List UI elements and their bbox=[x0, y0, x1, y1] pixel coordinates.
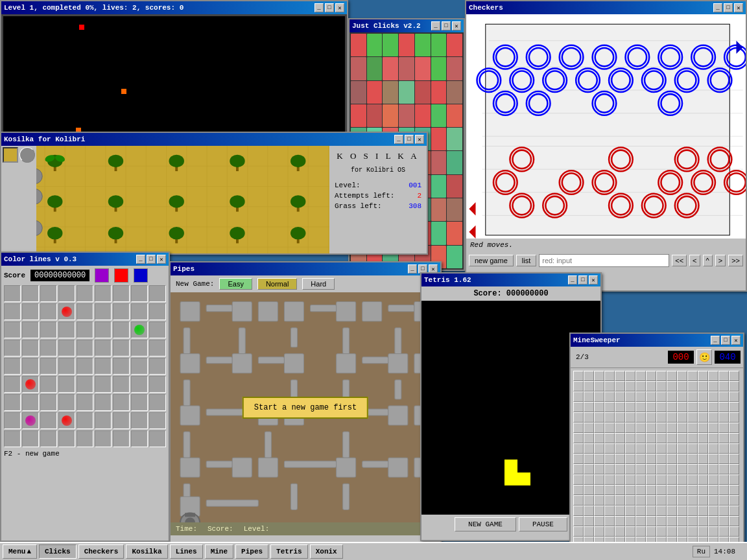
mine-cell[interactable] bbox=[656, 506, 667, 516]
mine-cell[interactable] bbox=[584, 506, 594, 516]
mine-cell[interactable] bbox=[615, 381, 625, 391]
tetris-title-bar[interactable]: Tetris 1.62 _ □ ✕ bbox=[421, 274, 600, 286]
mine-cell[interactable] bbox=[729, 443, 739, 454]
lines-cell[interactable] bbox=[22, 303, 39, 320]
mine-cell[interactable] bbox=[646, 381, 656, 391]
mine-cell[interactable] bbox=[584, 402, 594, 412]
mine-cell[interactable] bbox=[729, 495, 739, 506]
xonix-title-bar[interactable]: Level 1, completed 0%, lives: 2, scores:… bbox=[1, 1, 347, 14]
mine-cell[interactable] bbox=[656, 474, 667, 485]
click-cell[interactable] bbox=[415, 104, 431, 127]
mine-cell[interactable] bbox=[646, 433, 656, 443]
mine-cell[interactable] bbox=[667, 526, 677, 537]
mine-cell[interactable] bbox=[708, 381, 718, 391]
mine-cell[interactable] bbox=[584, 495, 594, 506]
mine-cell[interactable] bbox=[708, 433, 718, 443]
lines-cell[interactable] bbox=[4, 340, 21, 356]
mine-close[interactable]: ✕ bbox=[731, 336, 741, 345]
lines-cell[interactable] bbox=[58, 430, 75, 447]
mine-cell[interactable] bbox=[615, 485, 625, 495]
kosilka-tool-2[interactable] bbox=[19, 147, 35, 163]
mine-cell[interactable] bbox=[667, 412, 677, 423]
mine-cell[interactable] bbox=[584, 412, 594, 423]
xonix-minimize[interactable]: _ bbox=[314, 3, 324, 12]
lines-cell[interactable] bbox=[131, 430, 148, 447]
lines-cell[interactable] bbox=[95, 394, 112, 411]
click-cell[interactable] bbox=[431, 151, 447, 174]
mine-cell[interactable] bbox=[646, 526, 656, 537]
click-cell[interactable] bbox=[447, 128, 462, 150]
mine-cell[interactable] bbox=[729, 423, 739, 433]
lines-cell[interactable] bbox=[40, 430, 57, 447]
mine-cell[interactable] bbox=[698, 454, 708, 464]
mine-cell[interactable] bbox=[615, 391, 625, 402]
mine-cell[interactable] bbox=[718, 485, 729, 495]
lines-cell[interactable] bbox=[77, 412, 93, 429]
xonix-close[interactable]: ✕ bbox=[335, 3, 344, 12]
mine-cell[interactable] bbox=[677, 454, 687, 464]
mine-cell[interactable] bbox=[635, 412, 646, 423]
mine-minimize[interactable]: _ bbox=[711, 336, 720, 345]
mine-cell[interactable] bbox=[718, 516, 729, 526]
checkers-nav-prev[interactable]: < bbox=[689, 255, 700, 266]
mine-cell[interactable] bbox=[604, 423, 615, 433]
lines-cell[interactable] bbox=[40, 285, 57, 302]
mine-cell[interactable] bbox=[718, 443, 729, 454]
pipes-hard-btn[interactable]: Hard bbox=[302, 278, 335, 290]
lines-cell[interactable] bbox=[22, 321, 39, 338]
click-cell[interactable] bbox=[383, 104, 398, 127]
mine-cell[interactable] bbox=[718, 423, 729, 433]
click-cell[interactable] bbox=[351, 57, 366, 80]
mine-cell[interactable] bbox=[615, 526, 625, 537]
click-cell[interactable] bbox=[399, 81, 414, 104]
click-cell[interactable] bbox=[415, 57, 431, 80]
click-cell[interactable] bbox=[351, 104, 366, 127]
mine-cell[interactable] bbox=[635, 391, 646, 402]
checkers-nav-last[interactable]: >> bbox=[728, 255, 743, 266]
mine-cell[interactable] bbox=[677, 516, 687, 526]
mine-cell[interactable] bbox=[667, 495, 677, 506]
mine-cell[interactable] bbox=[698, 402, 708, 412]
lines-cell[interactable] bbox=[40, 358, 57, 375]
click-cell[interactable] bbox=[447, 151, 462, 174]
lines-cell[interactable] bbox=[113, 430, 130, 447]
mine-cell[interactable] bbox=[604, 506, 615, 516]
lines-cell[interactable] bbox=[58, 376, 75, 393]
mine-cell[interactable] bbox=[646, 506, 656, 516]
mine-cell[interactable] bbox=[573, 391, 584, 402]
mine-cell[interactable] bbox=[594, 516, 604, 526]
mine-cell[interactable] bbox=[667, 433, 677, 443]
mine-cell[interactable] bbox=[646, 474, 656, 485]
mine-maximize[interactable]: □ bbox=[721, 336, 730, 345]
mine-cell[interactable] bbox=[625, 371, 635, 381]
mine-cell[interactable] bbox=[698, 526, 708, 537]
clicks-minimize[interactable]: _ bbox=[431, 21, 440, 30]
mine-cell[interactable] bbox=[718, 506, 729, 516]
mine-cell[interactable] bbox=[573, 443, 584, 454]
mine-cell[interactable] bbox=[667, 485, 677, 495]
mine-cell[interactable] bbox=[698, 423, 708, 433]
click-cell[interactable] bbox=[447, 57, 462, 80]
mine-cell[interactable] bbox=[729, 485, 739, 495]
mine-cell[interactable] bbox=[635, 485, 646, 495]
click-cell[interactable] bbox=[447, 104, 462, 127]
click-cell[interactable] bbox=[351, 34, 366, 56]
mine-cell[interactable] bbox=[708, 506, 718, 516]
mine-cell[interactable] bbox=[729, 433, 739, 443]
mine-cell[interactable] bbox=[687, 402, 698, 412]
mine-cell[interactable] bbox=[687, 454, 698, 464]
lines-cell[interactable] bbox=[77, 303, 93, 320]
lines-cell[interactable] bbox=[77, 358, 93, 375]
lines-cell[interactable] bbox=[77, 394, 93, 411]
mine-cell[interactable] bbox=[635, 423, 646, 433]
mine-cell[interactable] bbox=[656, 391, 667, 402]
click-cell[interactable] bbox=[367, 57, 383, 80]
mine-cell[interactable] bbox=[625, 433, 635, 443]
lines-minimize[interactable]: _ bbox=[136, 255, 145, 264]
mine-cell[interactable] bbox=[677, 495, 687, 506]
lines-cell[interactable] bbox=[40, 394, 57, 411]
mine-cell[interactable] bbox=[729, 464, 739, 474]
mine-cell[interactable] bbox=[656, 412, 667, 423]
lines-cell[interactable] bbox=[77, 430, 93, 447]
lines-cell[interactable] bbox=[4, 376, 21, 393]
